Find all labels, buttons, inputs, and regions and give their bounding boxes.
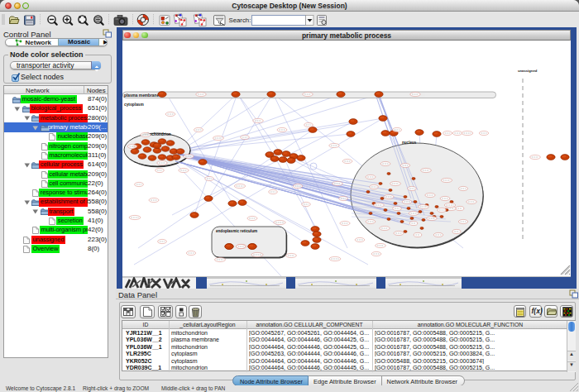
svg-text:plasma membrane: plasma membrane <box>124 93 159 98</box>
svg-text:unassigned: unassigned <box>518 69 538 73</box>
svg-text:endoplasmic reticulum: endoplasmic reticulum <box>216 229 257 233</box>
svg-text:cytoplasm: cytoplasm <box>124 103 144 107</box>
svg-text:Search:: Search: <box>229 17 251 24</box>
svg-text:nucleus: nucleus <box>402 141 417 145</box>
